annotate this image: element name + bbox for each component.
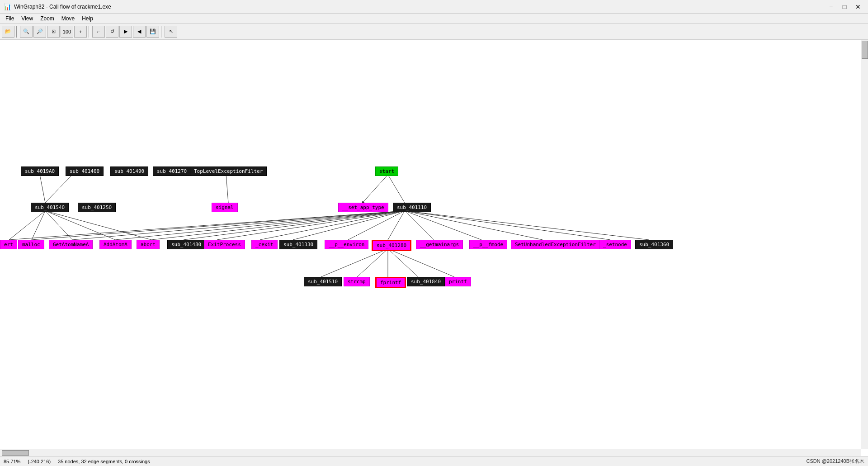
toolbar: 📂 🔍 🔎 ⊡ 100 + ← ↺ ▶ ◀ 💾 ↖ — [0, 24, 868, 40]
node-sub-401510[interactable]: sub_401510 — [304, 277, 342, 286]
node-getatomnamea[interactable]: GetAtomNameA — [49, 240, 93, 249]
svg-line-13 — [348, 211, 405, 240]
node-p-fmode[interactable]: __p__fmode — [469, 240, 507, 249]
node-addatoma[interactable]: AddAtomA — [99, 240, 132, 249]
zoom-in-button[interactable]: 🔍 — [20, 26, 33, 38]
cursor-button[interactable]: ↖ — [165, 26, 177, 38]
svg-line-28 — [45, 211, 72, 240]
svg-line-0 — [363, 175, 388, 203]
menu-view[interactable]: View — [18, 14, 37, 23]
svg-line-10 — [217, 211, 405, 240]
node-sub-401330[interactable]: sub_401330 — [279, 240, 317, 249]
svg-line-25 — [45, 175, 72, 203]
svg-line-8 — [151, 211, 405, 240]
node-exitprocess[interactable]: ExitProcess — [204, 240, 245, 249]
node-sub-401110[interactable]: sub_401110 — [393, 203, 431, 212]
svg-line-23 — [388, 249, 454, 277]
horizontal-scrollbar[interactable] — [0, 449, 861, 456]
node-start[interactable]: start — [375, 166, 398, 176]
move-left-button[interactable]: ← — [92, 26, 105, 38]
svg-line-9 — [184, 211, 405, 240]
coordinates: (-240,216) — [28, 459, 51, 464]
toolbar-separator-2 — [89, 26, 90, 38]
zoom-fit-button[interactable]: ⊡ — [47, 26, 60, 38]
node-sub-401480[interactable]: sub_401480 — [167, 240, 205, 249]
node-sub-4019A0[interactable]: sub_4019A0 — [21, 166, 59, 176]
node-malloc[interactable]: malloc — [18, 240, 44, 249]
node-p-environ[interactable]: __p__environ — [325, 240, 368, 249]
node-sub-401280[interactable]: sub_401280 — [372, 240, 411, 251]
menu-zoom[interactable]: Zoom — [37, 14, 58, 23]
node-strcmp[interactable]: strcmp — [344, 277, 370, 286]
zoom-out-button[interactable]: 🔎 — [33, 26, 46, 38]
svg-line-14 — [405, 211, 434, 240]
node-fprintf[interactable]: fprintf — [375, 277, 406, 288]
svg-line-2 — [226, 175, 228, 203]
node-toplevel[interactable]: TopLevelExceptionFilter — [190, 166, 267, 176]
node-sub-401270[interactable]: sub_401270 — [153, 166, 191, 176]
title-text: WinGraph32 - Call flow of crackme1.exe — [14, 4, 825, 10]
svg-line-27 — [32, 211, 45, 240]
statusbar: 85.71% (-240,216) 35 nodes, 32 edge segm… — [0, 456, 868, 466]
minimize-button[interactable]: − — [825, 2, 837, 11]
vertical-scrollbar[interactable] — [861, 40, 868, 449]
node-printf[interactable]: printf — [445, 277, 471, 286]
zoom-plus-button[interactable]: + — [74, 26, 87, 38]
node-sub-401400[interactable]: sub_401400 — [66, 166, 104, 176]
svg-line-1 — [388, 175, 405, 203]
close-button[interactable]: ✕ — [852, 2, 864, 11]
svg-line-4 — [9, 211, 405, 240]
svg-line-19 — [321, 249, 388, 277]
back-button[interactable]: ◀ — [133, 26, 146, 38]
node-sub-401540[interactable]: sub_401540 — [31, 203, 69, 212]
forward-button[interactable]: ▶ — [119, 26, 132, 38]
export-button[interactable]: 💾 — [146, 26, 159, 38]
node-sub-401360[interactable]: sub_401360 — [635, 240, 673, 249]
zoom-level: 85.71% — [4, 459, 20, 464]
credit-text: CSDN @2021240B张名木 — [806, 458, 864, 465]
node-sub-401250[interactable]: sub_401250 — [78, 203, 116, 212]
graph-canvas[interactable]: sub_4019A0 sub_401400 sub_401490 sub_401… — [0, 40, 868, 447]
menubar: File View Zoom Move Help — [0, 14, 868, 24]
zoom-100-button[interactable]: 100 — [61, 26, 73, 38]
svg-line-12 — [293, 211, 405, 240]
svg-line-30 — [45, 211, 151, 240]
app-icon: 📊 — [4, 3, 11, 10]
menu-file[interactable]: File — [2, 14, 18, 23]
svg-line-3 — [388, 211, 405, 240]
svg-line-6 — [72, 211, 405, 240]
refresh-button[interactable]: ↺ — [106, 26, 118, 38]
node-ert[interactable]: ert — [0, 240, 17, 249]
node-setunhandled[interactable]: SetUnhandledExceptionFilter — [511, 240, 600, 249]
node-getmainargs[interactable]: __getmainargs — [416, 240, 463, 249]
svg-line-16 — [405, 211, 542, 240]
node-signal[interactable]: signal — [212, 203, 238, 212]
node-setnode[interactable]: _setnode — [599, 240, 631, 249]
titlebar: 📊 WinGraph32 - Call flow of crackme1.exe… — [0, 0, 868, 14]
svg-line-24 — [40, 175, 45, 203]
graph-info: 35 nodes, 32 edge segments, 0 crossings — [58, 459, 150, 464]
svg-line-20 — [357, 249, 388, 277]
svg-line-22 — [388, 249, 418, 277]
node-abort[interactable]: abort — [137, 240, 160, 249]
node-sub-401490[interactable]: sub_401490 — [110, 166, 148, 176]
toolbar-separator-1 — [16, 26, 18, 38]
menu-move[interactable]: Move — [58, 14, 78, 23]
svg-line-15 — [405, 211, 481, 240]
svg-line-26 — [9, 211, 45, 240]
svg-line-5 — [32, 211, 405, 240]
menu-help[interactable]: Help — [78, 14, 97, 23]
node-cexit[interactable]: _cexit — [251, 240, 278, 249]
open-button[interactable]: 📂 — [2, 26, 14, 38]
svg-line-17 — [405, 211, 610, 240]
svg-line-18 — [405, 211, 649, 240]
svg-line-11 — [260, 211, 405, 240]
toolbar-separator-3 — [161, 26, 163, 38]
node-sub-401840[interactable]: sub_401840 — [407, 277, 445, 286]
svg-line-7 — [115, 211, 405, 240]
maximize-button[interactable]: □ — [838, 2, 851, 11]
node-set-app-type[interactable]: __set_app_type — [338, 203, 388, 212]
svg-line-29 — [45, 211, 115, 240]
